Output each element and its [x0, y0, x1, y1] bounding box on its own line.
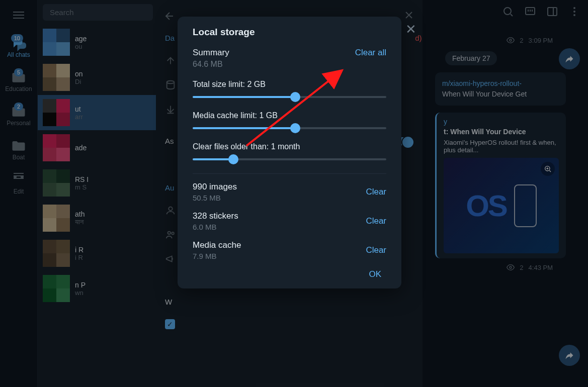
storage-item: 328 stickers6.0 MBClear [193, 211, 386, 231]
item-size: 50.5 MB [193, 194, 237, 202]
item-size: 6.0 MB [193, 223, 238, 231]
storage-item: 990 images50.5 MBClear [193, 182, 386, 202]
item-name: Media cache [193, 240, 241, 250]
item-name: 328 stickers [193, 211, 238, 221]
slider-thumb[interactable] [290, 123, 300, 133]
modal-title: Local storage [193, 27, 386, 38]
media-cache-slider[interactable] [193, 127, 386, 129]
storage-item: Media cache7.9 MBClear [193, 240, 386, 260]
clear-button[interactable]: Clear [366, 245, 386, 255]
summary-label: Summary [193, 48, 229, 58]
clear-older-slider[interactable] [193, 158, 386, 160]
slider-thumb[interactable] [228, 154, 238, 164]
item-name: 990 images [193, 182, 237, 192]
ok-button[interactable]: OK [364, 266, 386, 282]
total-size-label: Total size limit: 2 GB [193, 80, 386, 89]
clear-older-label: Clear files older than: 1 month [193, 142, 386, 151]
clear-all-button[interactable]: Clear all [355, 48, 386, 58]
item-size: 7.9 MB [193, 252, 241, 260]
close-icon[interactable]: ✕ [405, 22, 416, 37]
slider-thumb[interactable] [290, 92, 300, 102]
media-cache-label: Media cache limit: 1 GB [193, 111, 386, 120]
total-size-slider[interactable] [193, 96, 386, 98]
local-storage-modal: ✕ Local storage Summary 64.6 MB Clear al… [178, 17, 401, 288]
clear-button[interactable]: Clear [366, 187, 386, 197]
clear-button[interactable]: Clear [366, 216, 386, 226]
summary-size: 64.6 MB [193, 60, 229, 69]
